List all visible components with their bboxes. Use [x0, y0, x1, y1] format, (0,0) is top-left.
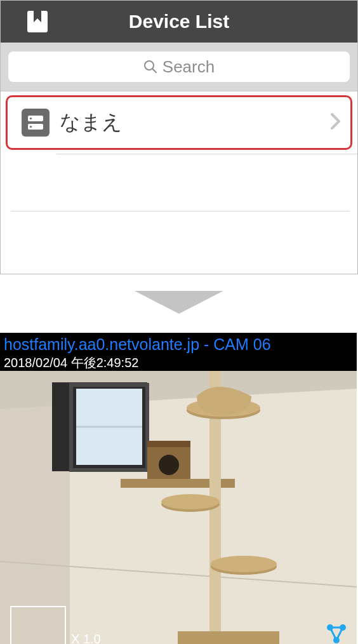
device-row[interactable]: なまえ: [6, 95, 352, 150]
empty-row: [11, 154, 350, 211]
svg-rect-18: [147, 441, 190, 447]
camera-live-view[interactable]: hostfamily.aa0.netvolante.jp - CAM 06 20…: [0, 333, 357, 644]
header-bar: Device List: [1, 1, 357, 43]
zoom-level-label: X 1.0: [71, 632, 101, 644]
zoom-viewport-box: [10, 606, 66, 644]
svg-point-5: [30, 117, 32, 119]
svg-line-32: [336, 627, 343, 640]
search-input[interactable]: Search: [8, 51, 350, 82]
arrow-down-icon: [135, 291, 223, 314]
svg-line-2: [152, 69, 156, 73]
device-list: なまえ: [1, 95, 357, 274]
camera-timestamp: 2018/02/04 午後2:49:52: [4, 354, 138, 372]
search-icon: [143, 60, 157, 74]
chevron-right-icon: [330, 112, 341, 133]
svg-point-23: [161, 494, 220, 509]
svg-line-31: [330, 627, 336, 640]
svg-rect-26: [178, 631, 279, 644]
device-icon: [22, 109, 50, 137]
search-bar-container: Search: [1, 43, 357, 91]
camera-title: hostfamily.aa0.netvolante.jp - CAM 06: [4, 335, 271, 354]
camera-scene: [0, 371, 357, 644]
bookmark-icon[interactable]: [25, 8, 50, 35]
flow-arrow: [0, 274, 358, 333]
device-list-screen: Device List Search なまえ: [0, 0, 358, 274]
search-placeholder: Search: [162, 57, 215, 77]
page-title: Device List: [1, 11, 357, 32]
empty-row: [11, 211, 350, 269]
svg-point-25: [211, 556, 277, 572]
svg-point-6: [30, 126, 32, 128]
device-label: なまえ: [60, 109, 123, 137]
camera-frame: [0, 371, 357, 644]
svg-point-17: [159, 455, 179, 475]
connection-icon: [325, 622, 348, 644]
